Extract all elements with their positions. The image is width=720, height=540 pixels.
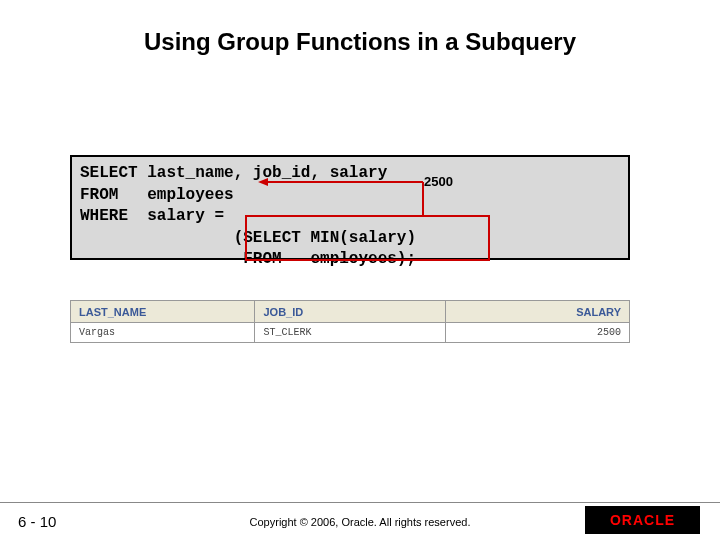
code-line-1: SELECT last_name, job_id, salary bbox=[80, 164, 387, 182]
cell-jobid: ST_CLERK bbox=[255, 323, 445, 343]
slide-title: Using Group Functions in a Subquery bbox=[0, 28, 720, 56]
cell-salary: 2500 bbox=[445, 323, 629, 343]
oracle-logo-text: ORACLE bbox=[610, 512, 675, 528]
result-table: LAST_NAME JOB_ID SALARY Vargas ST_CLERK … bbox=[70, 300, 630, 343]
header-lastname: LAST_NAME bbox=[71, 301, 255, 323]
oracle-logo: ORACLE bbox=[585, 506, 700, 534]
code-line-2: FROM employees bbox=[80, 186, 234, 204]
header-jobid: JOB_ID bbox=[255, 301, 445, 323]
footer: 6 - 10 Copyright © 2006, Oracle. All rig… bbox=[0, 502, 720, 540]
code-line-4: (SELECT MIN(salary) bbox=[80, 229, 416, 247]
footer-divider bbox=[0, 502, 720, 503]
code-line-5: FROM employees); bbox=[80, 250, 416, 268]
table-row: Vargas ST_CLERK 2500 bbox=[71, 323, 630, 343]
cell-lastname: Vargas bbox=[71, 323, 255, 343]
table-header-row: LAST_NAME JOB_ID SALARY bbox=[71, 301, 630, 323]
header-salary: SALARY bbox=[445, 301, 629, 323]
subquery-result-annotation: 2500 bbox=[424, 174, 453, 189]
code-line-3: WHERE salary = bbox=[80, 207, 224, 225]
sql-code-block: SELECT last_name, job_id, salary FROM em… bbox=[70, 155, 630, 260]
